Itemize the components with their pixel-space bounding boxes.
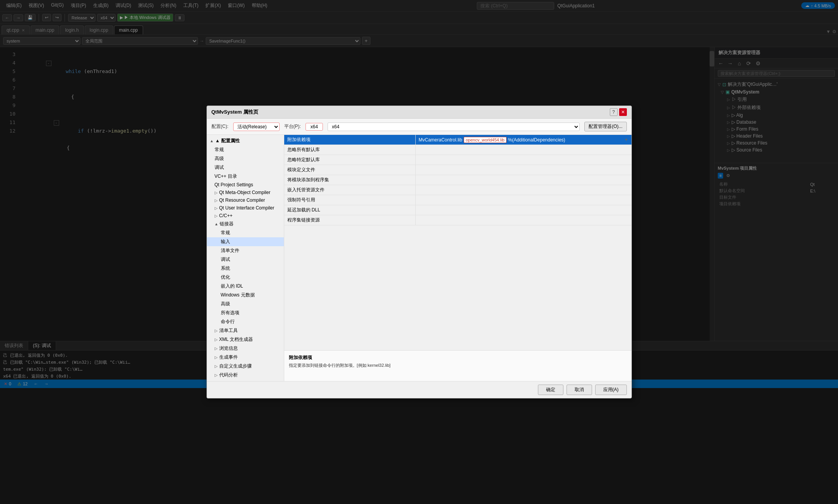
tree-item-label: 系统: [221, 265, 230, 272]
tree-item-label: Qt User Interface Compiler: [219, 205, 275, 211]
tree-item-label: 自定义生成步骤: [219, 363, 252, 369]
platform-label: 平台(P):: [284, 123, 301, 130]
modal-close-button[interactable]: ✕: [619, 108, 627, 116]
tree-item-label: 清单工具: [219, 327, 238, 334]
tree-arrow: ▷: [215, 198, 218, 203]
tree-item-label: Qt Resource Compiler: [219, 198, 265, 203]
dropdown-arrow-icon[interactable]: ▼: [625, 138, 628, 142]
tree-item-linker-idl[interactable]: 嵌入的 IDL: [207, 282, 284, 291]
tree-item-browse[interactable]: ▷ 浏览信息: [207, 344, 284, 353]
tree-root-label: ▲ 配置属性: [215, 138, 239, 144]
prop-row-embed-resource[interactable]: 嵌入托管资源文件: [284, 185, 631, 195]
prop-name: 程序集链接资源: [284, 215, 416, 225]
prop-row-ignore-all[interactable]: 忽略所有默认库: [284, 145, 631, 155]
tree-arrow: ▷: [215, 206, 218, 210]
tree-expand-icon: ▲: [210, 139, 214, 143]
tree-item-linker-winmeta[interactable]: Windows 元数据: [207, 291, 284, 300]
prop-row-ignore-specific[interactable]: 忽略特定默认库: [284, 155, 631, 165]
tree-item-linker-system[interactable]: 系统: [207, 264, 284, 273]
prop-row-assembly-link[interactable]: 程序集链接资源: [284, 215, 631, 225]
prop-row-force-symbol[interactable]: 强制符号引用: [284, 195, 631, 205]
tree-arrow: ▷: [215, 355, 218, 359]
property-description: 附加依赖项 指定要添加到链接命令行的附加项。[例如 kernel32.lib]: [284, 350, 631, 381]
lib-tag-additional: %(AdditionalDependencies): [508, 137, 565, 143]
tree-arrow: ▷: [215, 337, 218, 342]
modal-left-tree: ▲ ▲ 配置属性 常规 高级 调试 VC++ 目录: [207, 135, 284, 381]
tree-item-qt-rcc[interactable]: ▷ Qt Resource Compiler: [207, 196, 284, 204]
prop-name: 嵌入托管资源文件: [284, 185, 416, 195]
tree-item-linker[interactable]: ▲ 链接器: [207, 220, 284, 228]
prop-value-additional-deps[interactable]: MvCameraControl.lib opencv_world454.lib …: [416, 135, 631, 145]
tree-item-advanced[interactable]: 高级: [207, 154, 284, 163]
config-dropdown[interactable]: 活动(Release): [233, 123, 280, 131]
prop-value[interactable]: [416, 155, 631, 165]
tree-item-label: 嵌入的 IDL: [221, 283, 243, 289]
tree-item-custom-build[interactable]: ▷ 自定义生成步骤: [207, 362, 284, 371]
tree-item-label: XML 文档生成器: [219, 336, 253, 343]
tree-arrow: ▷: [215, 329, 218, 333]
tree-root[interactable]: ▲ ▲ 配置属性: [207, 136, 284, 145]
tree-item-linker-all[interactable]: 所有选项: [207, 308, 284, 317]
prop-name-additional-deps: 附加依赖项: [284, 135, 416, 145]
tree-item-linker-general[interactable]: 常规: [207, 228, 284, 237]
prop-value[interactable]: [416, 165, 631, 175]
tree-item-linker-cmdline[interactable]: 命令行: [207, 317, 284, 326]
tree-item-xml-doc[interactable]: ▷ XML 文档生成器: [207, 335, 284, 344]
config-manager-button[interactable]: 配置管理器(O)...: [584, 122, 626, 131]
properties-dialog: QtMvSystem 属性页 ? ✕ 配置(C): 活动(Release) 平台…: [207, 106, 632, 398]
tree-item-qt-moc[interactable]: ▷ Qt Meta-Object Compiler: [207, 189, 284, 196]
tree-item-label: 调试: [221, 256, 230, 263]
tree-arrow: ▷: [215, 191, 218, 195]
tree-item-label: 优化: [221, 274, 230, 281]
tree-item-code-analysis[interactable]: ▷ 代码分析: [207, 371, 284, 380]
tree-item-label: 链接器: [220, 221, 234, 227]
tree-item-cpp[interactable]: ▷ C/C++: [207, 212, 284, 220]
platform-dropdown[interactable]: x64: [328, 123, 580, 131]
tree-item-debug[interactable]: 调试: [207, 163, 284, 172]
tree-item-linker-adv[interactable]: 高级: [207, 300, 284, 308]
tree-arrow: ▲: [215, 222, 218, 226]
tree-item-label: 高级: [215, 155, 224, 162]
tree-item-linker-manifest[interactable]: 清单文件: [207, 246, 284, 255]
prop-name: 延迟加载的 DLL: [284, 205, 416, 215]
modal-right-panel: 附加依赖项 MvCameraControl.lib opencv_world45…: [284, 135, 631, 381]
prop-value[interactable]: [416, 205, 631, 215]
tree-item-label: 调试: [215, 164, 224, 171]
prop-name: 模块定义文件: [284, 165, 416, 175]
tree-item-label: 代码分析: [219, 372, 238, 378]
apply-button[interactable]: 应用(A): [595, 385, 627, 395]
tree-arrow: ▷: [215, 346, 218, 351]
platform-value: x64: [306, 123, 323, 131]
tree-item-manifest-tool[interactable]: ▷ 清单工具: [207, 326, 284, 335]
desc-text: 指定要添加到链接命令行的附加项。[例如 kernel32.lib]: [289, 363, 627, 368]
tree-item-label: 浏览信息: [219, 345, 238, 352]
prop-value[interactable]: [416, 145, 631, 155]
prop-row-additional-deps[interactable]: 附加依赖项 MvCameraControl.lib opencv_world45…: [284, 135, 631, 145]
tree-item-linker-input[interactable]: 输入: [207, 237, 284, 246]
modal-footer: 确定 取消 应用(A): [207, 381, 631, 398]
prop-row-add-module[interactable]: 将模块添加到程序集: [284, 175, 631, 185]
tree-item-qt-uic[interactable]: ▷ Qt User Interface Compiler: [207, 204, 284, 212]
tree-item-qt-project[interactable]: Qt Project Settings: [207, 181, 284, 189]
tree-item-vc-dirs[interactable]: VC++ 目录: [207, 172, 284, 181]
cancel-button[interactable]: 取消: [567, 385, 592, 395]
tree-item-label: 命令行: [221, 318, 235, 325]
prop-value[interactable]: [416, 195, 631, 205]
modal-title: QtMvSystem 属性页: [212, 109, 610, 116]
prop-row-delay-load[interactable]: 延迟加载的 DLL: [284, 205, 631, 215]
tree-item-linker-debug[interactable]: 调试: [207, 255, 284, 264]
prop-value[interactable]: [416, 185, 631, 195]
modal-titlebar: QtMvSystem 属性页 ? ✕: [207, 106, 631, 119]
tree-item-build-events[interactable]: ▷ 生成事件: [207, 353, 284, 362]
prop-row-module-def[interactable]: 模块定义文件: [284, 165, 631, 175]
prop-value[interactable]: [416, 215, 631, 225]
tree-item-label: Qt Project Settings: [215, 182, 253, 187]
modal-help-button[interactable]: ?: [610, 108, 618, 116]
tree-item-linker-opt[interactable]: 优化: [207, 273, 284, 282]
tree-item-general[interactable]: 常规: [207, 145, 284, 154]
tree-item-label: 输入: [221, 238, 230, 245]
prop-value[interactable]: [416, 175, 631, 185]
props-tree: ▲ ▲ 配置属性 常规 高级 调试 VC++ 目录: [207, 135, 284, 381]
confirm-button[interactable]: 确定: [538, 385, 563, 395]
modal-body: ▲ ▲ 配置属性 常规 高级 调试 VC++ 目录: [207, 135, 631, 381]
